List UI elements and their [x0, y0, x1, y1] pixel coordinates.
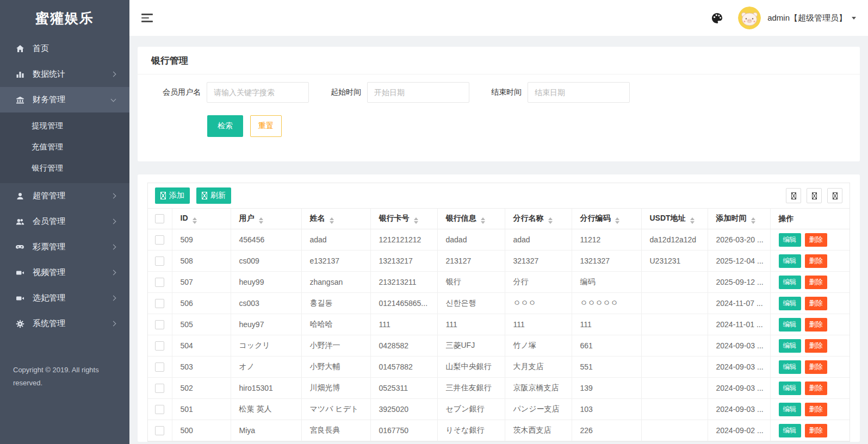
cell-actions: 编辑删除 — [770, 335, 850, 357]
edit-button[interactable]: 编辑 — [779, 424, 801, 437]
add-button[interactable]: 添加 — [155, 187, 190, 204]
edit-button[interactable]: 编辑 — [779, 254, 801, 268]
edit-button[interactable]: 编辑 — [779, 276, 801, 289]
sidebar-item-superadmin[interactable]: 超管管理 — [0, 183, 129, 209]
sidebar-item-statistics[interactable]: 数据统计 — [0, 61, 129, 87]
cell-bank: 银行 — [437, 272, 505, 293]
row-checkbox[interactable] — [155, 278, 164, 287]
gamepad-icon — [15, 242, 24, 252]
sort-icon[interactable] — [690, 217, 695, 224]
delete-button[interactable]: 删除 — [805, 254, 827, 268]
column-header[interactable]: ID — [172, 209, 231, 229]
edit-button[interactable]: 编辑 — [779, 318, 801, 332]
column-header[interactable]: 用户 — [231, 209, 301, 229]
refresh-button[interactable]: 刷新 — [196, 187, 231, 204]
sidebar-item-home[interactable]: 首页 — [0, 36, 129, 61]
gear-icon — [15, 319, 24, 328]
cell-user: 松葉 英人 — [231, 399, 301, 420]
row-checkbox[interactable] — [155, 257, 164, 266]
table-tool-button-1[interactable] — [786, 188, 801, 203]
select-all-checkbox[interactable] — [155, 214, 164, 223]
edit-button[interactable]: 编辑 — [779, 297, 801, 310]
edit-button[interactable]: 编辑 — [779, 339, 801, 353]
row-checkbox[interactable] — [155, 320, 164, 329]
delete-button[interactable]: 删除 — [805, 276, 827, 289]
sort-icon[interactable] — [414, 217, 418, 224]
column-header[interactable]: 分行编码 — [572, 209, 641, 229]
cell-branch: 111 — [505, 314, 572, 335]
row-checkbox[interactable] — [155, 362, 164, 372]
delete-button[interactable]: 删除 — [805, 424, 827, 437]
table-tool-button-3[interactable] — [827, 188, 842, 203]
column-header[interactable]: 银行卡号 — [370, 209, 437, 229]
cell-bank: 111 — [437, 314, 505, 335]
chevron-right-icon — [111, 296, 116, 301]
sidebar-subitem-recharge[interactable]: 充值管理 — [0, 136, 129, 158]
row-checkbox[interactable] — [155, 426, 164, 435]
user-menu[interactable]: admin【超级管理员】 — [767, 13, 847, 23]
sidebar-item-label: 会员管理 — [33, 216, 65, 227]
sort-icon[interactable] — [751, 217, 755, 224]
column-header[interactable]: 姓名 — [301, 209, 370, 229]
end-date-input[interactable] — [528, 82, 630, 103]
delete-button[interactable]: 删除 — [805, 318, 827, 332]
reset-button[interactable]: 重置 — [250, 115, 282, 137]
missing-glyph-icon — [202, 192, 207, 199]
cell-id: 507 — [172, 272, 231, 293]
row-checkbox[interactable] — [155, 405, 164, 414]
sort-icon[interactable] — [548, 217, 553, 224]
search-button[interactable]: 检索 — [207, 115, 243, 137]
edit-button[interactable]: 编辑 — [779, 233, 801, 247]
sidebar-subitem-withdraw[interactable]: 提现管理 — [0, 115, 129, 136]
end-time-label: 结束时间 — [491, 87, 522, 97]
cell-bank: セブン銀行 — [437, 399, 505, 420]
sort-icon[interactable] — [615, 217, 619, 224]
sort-icon[interactable] — [330, 217, 334, 224]
cell-branch: 竹ノ塚 — [505, 335, 572, 357]
page-title: 银行管理 — [138, 47, 860, 74]
table-card: 添加 刷新 — [138, 174, 860, 442]
sidebar-item-concubine[interactable]: 选妃管理 — [0, 285, 129, 311]
edit-button[interactable]: 编辑 — [779, 382, 801, 395]
chevron-right-icon — [111, 321, 116, 327]
table-tool-button-2[interactable] — [807, 188, 822, 203]
row-checkbox[interactable] — [155, 235, 164, 245]
sidebar-item-video[interactable]: 视频管理 — [0, 260, 129, 285]
sidebar-item-finance[interactable]: 财务管理 — [0, 87, 129, 112]
sidebar-item-system[interactable]: 系统管理 — [0, 311, 129, 336]
column-header[interactable]: 分行名称 — [505, 209, 572, 229]
cell-code: 111 — [572, 314, 641, 335]
sidebar-item-members[interactable]: 会员管理 — [0, 209, 129, 234]
delete-button[interactable]: 删除 — [805, 360, 827, 374]
column-header[interactable]: 银行信息 — [437, 209, 505, 229]
row-checkbox[interactable] — [155, 299, 164, 308]
column-header[interactable]: USDT地址 — [641, 209, 708, 229]
edit-button[interactable]: 编辑 — [779, 403, 801, 416]
delete-button[interactable]: 删除 — [805, 233, 827, 247]
edit-button[interactable]: 编辑 — [779, 360, 801, 374]
video-camera-icon — [15, 268, 24, 277]
sidebar-subitem-bank[interactable]: 银行管理 — [0, 158, 129, 179]
user-avatar[interactable] — [738, 7, 761, 29]
column-header[interactable]: 添加时间 — [708, 209, 770, 229]
sidebar-item-label: 超管管理 — [33, 191, 65, 201]
delete-button[interactable]: 删除 — [805, 339, 827, 353]
cell-actions: 编辑删除 — [770, 378, 850, 399]
delete-button[interactable]: 删除 — [805, 403, 827, 416]
cell-branch: ㅇㅇㅇ — [505, 293, 572, 314]
cell-time: 2024-09-03 ... — [708, 378, 770, 399]
theme-palette-icon[interactable] — [711, 12, 723, 24]
sort-icon[interactable] — [259, 217, 263, 224]
menu-toggle-icon[interactable] — [141, 14, 153, 22]
cell-id: 504 — [172, 335, 231, 357]
row-checkbox[interactable] — [155, 341, 164, 351]
start-date-input[interactable] — [367, 82, 469, 103]
row-checkbox[interactable] — [155, 384, 164, 393]
sort-icon[interactable] — [193, 217, 197, 224]
table-row: 509456456adad1212121212dadadadad11212da1… — [148, 229, 850, 251]
delete-button[interactable]: 删除 — [805, 382, 827, 395]
sidebar-item-lottery[interactable]: 彩票管理 — [0, 234, 129, 260]
username-search-input[interactable] — [207, 82, 309, 103]
delete-button[interactable]: 删除 — [805, 297, 827, 310]
sort-icon[interactable] — [481, 217, 485, 224]
